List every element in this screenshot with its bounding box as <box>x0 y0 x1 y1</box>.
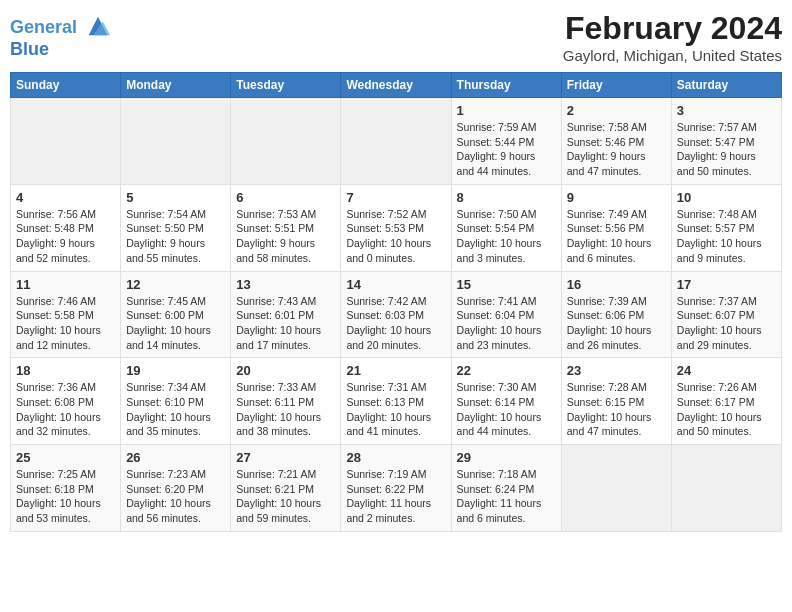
day-info: Sunrise: 7:43 AMSunset: 6:01 PMDaylight:… <box>236 294 335 353</box>
day-number: 19 <box>126 363 225 378</box>
calendar-header: SundayMondayTuesdayWednesdayThursdayFrid… <box>11 73 782 98</box>
day-number: 10 <box>677 190 776 205</box>
calendar-cell: 1Sunrise: 7:59 AMSunset: 5:44 PMDaylight… <box>451 98 561 185</box>
day-header-tuesday: Tuesday <box>231 73 341 98</box>
day-info: Sunrise: 7:23 AMSunset: 6:20 PMDaylight:… <box>126 467 225 526</box>
calendar-cell: 28Sunrise: 7:19 AMSunset: 6:22 PMDayligh… <box>341 445 451 532</box>
calendar-cell: 6Sunrise: 7:53 AMSunset: 5:51 PMDaylight… <box>231 184 341 271</box>
day-number: 26 <box>126 450 225 465</box>
calendar-cell: 5Sunrise: 7:54 AMSunset: 5:50 PMDaylight… <box>121 184 231 271</box>
day-info: Sunrise: 7:31 AMSunset: 6:13 PMDaylight:… <box>346 380 445 439</box>
calendar-cell: 22Sunrise: 7:30 AMSunset: 6:14 PMDayligh… <box>451 358 561 445</box>
calendar-week-3: 11Sunrise: 7:46 AMSunset: 5:58 PMDayligh… <box>11 271 782 358</box>
calendar-cell: 26Sunrise: 7:23 AMSunset: 6:20 PMDayligh… <box>121 445 231 532</box>
day-header-saturday: Saturday <box>671 73 781 98</box>
calendar-cell: 11Sunrise: 7:46 AMSunset: 5:58 PMDayligh… <box>11 271 121 358</box>
day-header-thursday: Thursday <box>451 73 561 98</box>
day-info: Sunrise: 7:36 AMSunset: 6:08 PMDaylight:… <box>16 380 115 439</box>
calendar-cell <box>561 445 671 532</box>
day-info: Sunrise: 7:59 AMSunset: 5:44 PMDaylight:… <box>457 120 556 179</box>
calendar-cell: 4Sunrise: 7:56 AMSunset: 5:48 PMDaylight… <box>11 184 121 271</box>
calendar-cell: 23Sunrise: 7:28 AMSunset: 6:15 PMDayligh… <box>561 358 671 445</box>
day-info: Sunrise: 7:46 AMSunset: 5:58 PMDaylight:… <box>16 294 115 353</box>
logo-text: General <box>10 16 112 40</box>
day-info: Sunrise: 7:52 AMSunset: 5:53 PMDaylight:… <box>346 207 445 266</box>
day-number: 14 <box>346 277 445 292</box>
calendar-cell: 14Sunrise: 7:42 AMSunset: 6:03 PMDayligh… <box>341 271 451 358</box>
day-header-sunday: Sunday <box>11 73 121 98</box>
calendar-cell: 27Sunrise: 7:21 AMSunset: 6:21 PMDayligh… <box>231 445 341 532</box>
calendar-cell: 9Sunrise: 7:49 AMSunset: 5:56 PMDaylight… <box>561 184 671 271</box>
logo-general: General <box>10 17 77 37</box>
day-info: Sunrise: 7:25 AMSunset: 6:18 PMDaylight:… <box>16 467 115 526</box>
logo: General Blue <box>10 16 112 60</box>
calendar-cell: 10Sunrise: 7:48 AMSunset: 5:57 PMDayligh… <box>671 184 781 271</box>
day-number: 3 <box>677 103 776 118</box>
day-info: Sunrise: 7:48 AMSunset: 5:57 PMDaylight:… <box>677 207 776 266</box>
day-number: 7 <box>346 190 445 205</box>
page-title: February 2024 <box>563 10 782 47</box>
day-info: Sunrise: 7:50 AMSunset: 5:54 PMDaylight:… <box>457 207 556 266</box>
day-number: 12 <box>126 277 225 292</box>
page-subtitle: Gaylord, Michigan, United States <box>563 47 782 64</box>
day-info: Sunrise: 7:34 AMSunset: 6:10 PMDaylight:… <box>126 380 225 439</box>
calendar-cell <box>121 98 231 185</box>
day-number: 15 <box>457 277 556 292</box>
day-number: 16 <box>567 277 666 292</box>
calendar-cell <box>231 98 341 185</box>
day-number: 17 <box>677 277 776 292</box>
day-info: Sunrise: 7:56 AMSunset: 5:48 PMDaylight:… <box>16 207 115 266</box>
calendar-cell: 21Sunrise: 7:31 AMSunset: 6:13 PMDayligh… <box>341 358 451 445</box>
day-number: 29 <box>457 450 556 465</box>
calendar-cell: 7Sunrise: 7:52 AMSunset: 5:53 PMDaylight… <box>341 184 451 271</box>
day-info: Sunrise: 7:30 AMSunset: 6:14 PMDaylight:… <box>457 380 556 439</box>
calendar-cell <box>671 445 781 532</box>
calendar-cell <box>341 98 451 185</box>
day-info: Sunrise: 7:21 AMSunset: 6:21 PMDaylight:… <box>236 467 335 526</box>
day-info: Sunrise: 7:45 AMSunset: 6:00 PMDaylight:… <box>126 294 225 353</box>
calendar-cell: 20Sunrise: 7:33 AMSunset: 6:11 PMDayligh… <box>231 358 341 445</box>
day-info: Sunrise: 7:57 AMSunset: 5:47 PMDaylight:… <box>677 120 776 179</box>
day-info: Sunrise: 7:18 AMSunset: 6:24 PMDaylight:… <box>457 467 556 526</box>
day-number: 6 <box>236 190 335 205</box>
day-info: Sunrise: 7:58 AMSunset: 5:46 PMDaylight:… <box>567 120 666 179</box>
logo-icon <box>84 12 112 40</box>
calendar-cell: 12Sunrise: 7:45 AMSunset: 6:00 PMDayligh… <box>121 271 231 358</box>
calendar-table: SundayMondayTuesdayWednesdayThursdayFrid… <box>10 72 782 532</box>
day-number: 13 <box>236 277 335 292</box>
day-info: Sunrise: 7:39 AMSunset: 6:06 PMDaylight:… <box>567 294 666 353</box>
day-number: 24 <box>677 363 776 378</box>
day-info: Sunrise: 7:19 AMSunset: 6:22 PMDaylight:… <box>346 467 445 526</box>
day-number: 20 <box>236 363 335 378</box>
calendar-cell: 16Sunrise: 7:39 AMSunset: 6:06 PMDayligh… <box>561 271 671 358</box>
calendar-week-2: 4Sunrise: 7:56 AMSunset: 5:48 PMDaylight… <box>11 184 782 271</box>
day-info: Sunrise: 7:54 AMSunset: 5:50 PMDaylight:… <box>126 207 225 266</box>
day-info: Sunrise: 7:28 AMSunset: 6:15 PMDaylight:… <box>567 380 666 439</box>
day-info: Sunrise: 7:33 AMSunset: 6:11 PMDaylight:… <box>236 380 335 439</box>
calendar-cell: 29Sunrise: 7:18 AMSunset: 6:24 PMDayligh… <box>451 445 561 532</box>
calendar-cell: 8Sunrise: 7:50 AMSunset: 5:54 PMDaylight… <box>451 184 561 271</box>
calendar-cell: 19Sunrise: 7:34 AMSunset: 6:10 PMDayligh… <box>121 358 231 445</box>
day-info: Sunrise: 7:53 AMSunset: 5:51 PMDaylight:… <box>236 207 335 266</box>
day-number: 27 <box>236 450 335 465</box>
day-info: Sunrise: 7:49 AMSunset: 5:56 PMDaylight:… <box>567 207 666 266</box>
day-header-friday: Friday <box>561 73 671 98</box>
calendar-cell: 3Sunrise: 7:57 AMSunset: 5:47 PMDaylight… <box>671 98 781 185</box>
day-header-wednesday: Wednesday <box>341 73 451 98</box>
calendar-week-4: 18Sunrise: 7:36 AMSunset: 6:08 PMDayligh… <box>11 358 782 445</box>
page-header: General Blue February 2024 Gaylord, Mich… <box>10 10 782 64</box>
calendar-cell: 15Sunrise: 7:41 AMSunset: 6:04 PMDayligh… <box>451 271 561 358</box>
day-info: Sunrise: 7:26 AMSunset: 6:17 PMDaylight:… <box>677 380 776 439</box>
day-number: 9 <box>567 190 666 205</box>
day-info: Sunrise: 7:41 AMSunset: 6:04 PMDaylight:… <box>457 294 556 353</box>
calendar-cell: 25Sunrise: 7:25 AMSunset: 6:18 PMDayligh… <box>11 445 121 532</box>
calendar-week-5: 25Sunrise: 7:25 AMSunset: 6:18 PMDayligh… <box>11 445 782 532</box>
day-number: 21 <box>346 363 445 378</box>
calendar-cell <box>11 98 121 185</box>
day-header-row: SundayMondayTuesdayWednesdayThursdayFrid… <box>11 73 782 98</box>
day-number: 8 <box>457 190 556 205</box>
logo-blue: Blue <box>10 40 112 60</box>
calendar-cell: 18Sunrise: 7:36 AMSunset: 6:08 PMDayligh… <box>11 358 121 445</box>
day-info: Sunrise: 7:42 AMSunset: 6:03 PMDaylight:… <box>346 294 445 353</box>
calendar-cell: 2Sunrise: 7:58 AMSunset: 5:46 PMDaylight… <box>561 98 671 185</box>
